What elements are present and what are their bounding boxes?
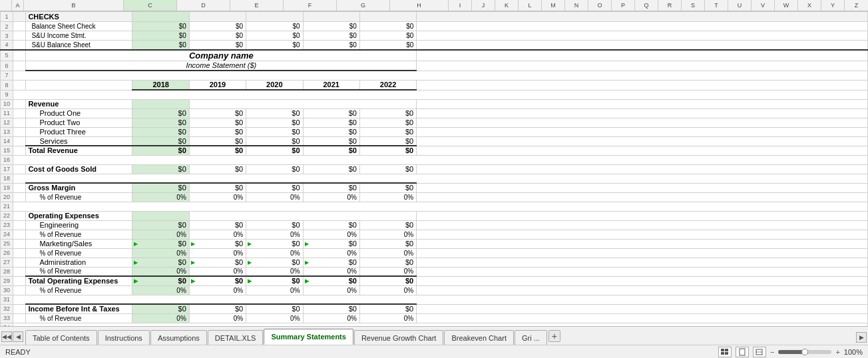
topex-2021[interactable]: ▶$0 <box>303 276 359 285</box>
eng-2019[interactable]: $0 <box>189 220 246 230</box>
col-c-header[interactable]: C <box>124 0 177 11</box>
col-d-header[interactable]: D <box>177 0 230 11</box>
p3-2022[interactable]: $0 <box>359 127 416 136</box>
adm-2021[interactable]: ▶$0 <box>303 258 359 267</box>
cell-a3[interactable] <box>13 31 26 41</box>
sui-2019[interactable]: $0 <box>189 31 246 41</box>
ibit-pct-2022[interactable]: 0% <box>359 313 416 323</box>
eng-pct-2021[interactable]: 0% <box>303 230 359 239</box>
page-layout-view-icon[interactable] <box>736 347 749 357</box>
tr-2020[interactable]: $0 <box>246 146 303 155</box>
cogs-2020[interactable]: $0 <box>246 164 303 174</box>
adm-pct-2019[interactable]: 0% <box>189 267 246 276</box>
sub-2019[interactable]: $0 <box>189 41 246 50</box>
tab-revenue-growth-chart[interactable]: Revenue Growth Chart <box>354 330 444 345</box>
adm-pct-2021[interactable]: 0% <box>303 267 359 276</box>
topex-pct-2018[interactable]: 0% <box>132 285 189 295</box>
topex-pct-2020[interactable]: 0% <box>246 285 303 295</box>
col-g-header[interactable]: G <box>337 0 390 11</box>
eng-2021[interactable]: $0 <box>303 220 359 230</box>
bsc-2018[interactable]: $0 <box>132 22 189 31</box>
mkt-2020[interactable]: ▶$0 <box>246 239 303 248</box>
zoom-slider-thumb[interactable] <box>801 349 808 355</box>
gm-pct-2021[interactable]: 0% <box>303 192 359 202</box>
p3-2020[interactable]: $0 <box>246 127 303 136</box>
adm-pct-2022[interactable]: 0% <box>359 267 416 276</box>
ibit-2021[interactable]: $0 <box>303 304 359 313</box>
tab-summary-statements[interactable]: Summary Statements <box>264 329 353 345</box>
p1-2022[interactable]: $0 <box>359 108 416 118</box>
zoom-out-icon[interactable]: − <box>770 348 774 356</box>
sui-2022[interactable]: $0 <box>359 31 416 41</box>
tab-scroll-right-btn[interactable]: ▶ <box>856 332 867 343</box>
cell-e1[interactable] <box>246 12 303 22</box>
adm-pct-2020[interactable]: 0% <box>246 267 303 276</box>
bsc-2020[interactable]: $0 <box>246 22 303 31</box>
p2-2018[interactable]: $0 <box>132 118 189 127</box>
eng-2020[interactable]: $0 <box>246 220 303 230</box>
cell-c10[interactable] <box>132 99 189 108</box>
sub-2021[interactable]: $0 <box>303 41 359 50</box>
ibit-pct-2020[interactable]: 0% <box>246 313 303 323</box>
grid-scroll-area[interactable]: 1 CHECKS 2 Balance Sheet Check $0 $0 $0 … <box>0 11 868 326</box>
bsc-2019[interactable]: $0 <box>189 22 246 31</box>
gm-2019[interactable]: $0 <box>189 183 246 192</box>
sub-2022[interactable]: $0 <box>359 41 416 50</box>
ibit-pct-2021[interactable]: 0% <box>303 313 359 323</box>
mkt-pct-2020[interactable]: 0% <box>246 248 303 258</box>
cell-c1[interactable] <box>132 12 189 22</box>
sub-2018[interactable]: $0 <box>132 41 189 50</box>
gm-2022[interactable]: $0 <box>359 183 416 192</box>
p1-2020[interactable]: $0 <box>246 108 303 118</box>
tab-gri[interactable]: Gri ... <box>515 330 547 345</box>
cell-f1[interactable] <box>303 12 359 22</box>
zoom-in-icon[interactable]: + <box>835 348 839 356</box>
p3-2021[interactable]: $0 <box>303 127 359 136</box>
svc-2019[interactable]: $0 <box>189 136 246 146</box>
topex-pct-2021[interactable]: 0% <box>303 285 359 295</box>
mkt-2018[interactable]: ▶$0 <box>132 239 189 248</box>
adm-2022[interactable]: $0 <box>359 258 416 267</box>
eng-2022[interactable]: $0 <box>359 220 416 230</box>
ibit-2020[interactable]: $0 <box>246 304 303 313</box>
p1-2021[interactable]: $0 <box>303 108 359 118</box>
tab-detail-xls[interactable]: DETAIL.XLS <box>208 330 264 345</box>
sui-2021[interactable]: $0 <box>303 31 359 41</box>
gm-pct-2019[interactable]: 0% <box>189 192 246 202</box>
eng-pct-2019[interactable]: 0% <box>189 230 246 239</box>
gm-pct-2020[interactable]: 0% <box>246 192 303 202</box>
cell-a1[interactable] <box>13 12 26 22</box>
mkt-pct-2021[interactable]: 0% <box>303 248 359 258</box>
eng-2018[interactable]: $0 <box>132 220 189 230</box>
ibit-2018[interactable]: $0 <box>132 304 189 313</box>
eng-pct-2020[interactable]: 0% <box>246 230 303 239</box>
p3-2018[interactable]: $0 <box>132 127 189 136</box>
cell-a4[interactable] <box>13 41 26 50</box>
svc-2022[interactable]: $0 <box>359 136 416 146</box>
cogs-2018[interactable]: $0 <box>132 164 189 174</box>
sui-2020[interactable]: $0 <box>246 31 303 41</box>
tab-breakeven-chart[interactable]: Breakeven Chart <box>444 330 514 345</box>
tr-2022[interactable]: $0 <box>359 146 416 155</box>
topex-2020[interactable]: ▶$0 <box>246 276 303 285</box>
cogs-2022[interactable]: $0 <box>359 164 416 174</box>
tab-table-of-contents[interactable]: Table of Contents <box>25 330 97 345</box>
sui-2018[interactable]: $0 <box>132 31 189 41</box>
col-e-header[interactable]: E <box>230 0 284 11</box>
tr-2018[interactable]: $0 <box>132 146 189 155</box>
page-break-view-icon[interactable] <box>753 347 766 357</box>
adm-2019[interactable]: ▶$0 <box>189 258 246 267</box>
topex-pct-2019[interactable]: 0% <box>189 285 246 295</box>
p2-2021[interactable]: $0 <box>303 118 359 127</box>
tab-add-button[interactable]: + <box>548 330 560 342</box>
p2-2022[interactable]: $0 <box>359 118 416 127</box>
cell-c22[interactable] <box>132 211 189 220</box>
p3-2019[interactable]: $0 <box>189 127 246 136</box>
topex-2018[interactable]: ▶$0 <box>132 276 189 285</box>
mkt-2022[interactable]: $0 <box>359 239 416 248</box>
cogs-2019[interactable]: $0 <box>189 164 246 174</box>
eng-pct-2018[interactable]: 0% <box>132 230 189 239</box>
gm-pct-2018[interactable]: 0% <box>132 192 189 202</box>
p1-2019[interactable]: $0 <box>189 108 246 118</box>
gm-2018[interactable]: $0 <box>132 183 189 192</box>
